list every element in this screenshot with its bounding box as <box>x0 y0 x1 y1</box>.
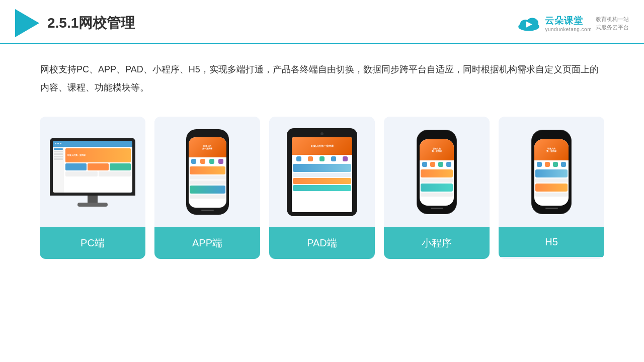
brand-url: yunduoketang.com <box>545 27 592 32</box>
brand-name: 云朵课堂 <box>545 15 592 27</box>
h5-card: 职途人的第一堂网课 <box>499 117 604 259</box>
pad-label: PAD端 <box>269 227 375 259</box>
header-left: 2.5.1网校管理 <box>15 9 135 37</box>
miniprogram-card: 职途人的第一堂网课 <box>384 117 490 259</box>
pad-card: 职途人的第一堂网课 <box>269 117 375 259</box>
h5-phone-mockup: 职途人的第一堂网课 <box>531 130 572 214</box>
miniprogram-phone-mockup: 职途人的第一堂网课 <box>417 130 457 214</box>
brand-name-group: 云朵课堂 yunduoketang.com <box>545 15 592 32</box>
tablet-mockup: 职途人的第一堂网课 <box>287 128 357 216</box>
brand-logo-area: 云朵课堂 yunduoketang.com 教育机构一站 式服务云平台 <box>516 14 629 32</box>
pc-label: PC端 <box>40 227 145 259</box>
pc-monitor-icon: 职途人的第一堂网课 <box>50 138 135 207</box>
pad-image-area: 职途人的第一堂网课 <box>269 117 375 227</box>
play-triangle-icon <box>15 9 39 37</box>
header: 2.5.1网校管理 云朵课堂 yunduoketang.com 教育机构一站 式… <box>0 0 644 44</box>
h5-image-area: 职途人的第一堂网课 <box>499 117 604 227</box>
brand-tagline: 教育机构一站 式服务云平台 <box>596 15 629 32</box>
cloud-icon <box>516 14 542 32</box>
description-text: 网校支持PC、APP、PAD、小程序、H5，实现多端打通，产品各终端自由切换，数… <box>0 44 644 107</box>
phone-mockup: 职途人的第一堂网课 <box>186 129 229 215</box>
device-cards-container: 职途人的第一堂网课 <box>0 107 644 269</box>
app-card: 职途人的第一堂网课 <box>154 117 260 259</box>
h5-label: H5 <box>499 227 604 257</box>
app-image-area: 职途人的第一堂网课 <box>154 117 260 227</box>
miniprogram-image-area: 职途人的第一堂网课 <box>384 117 490 227</box>
brand-icon: 云朵课堂 yunduoketang.com <box>516 14 592 32</box>
pc-card: 职途人的第一堂网课 <box>40 117 145 259</box>
pc-image-area: 职途人的第一堂网课 <box>40 117 145 227</box>
app-label: APP端 <box>154 227 260 259</box>
page-title: 2.5.1网校管理 <box>47 14 135 33</box>
miniprogram-label: 小程序 <box>384 227 490 259</box>
